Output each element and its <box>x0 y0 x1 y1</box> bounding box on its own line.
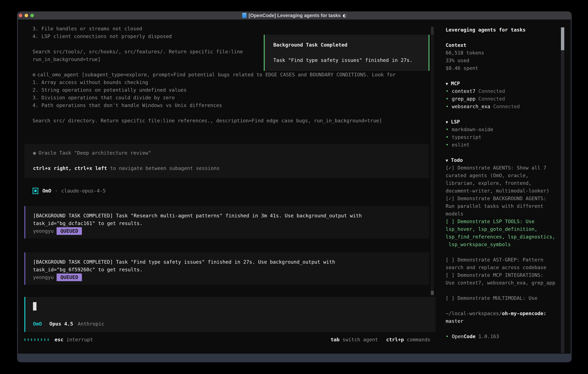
sidebar-scrollbar-thumb[interactable] <box>561 27 564 50</box>
status-dot-icon: • <box>446 134 449 140</box>
transcript-line: 1. Array access without bounds checking <box>32 79 396 86</box>
mcp-status: Connected <box>493 104 520 109</box>
workspace-repo: oh-my-opencode: <box>502 311 546 316</box>
todo-line-active: lsp_workspace_symbols <box>446 241 561 248</box>
terminal-content: 3. File handles or streams not closed 4.… <box>18 20 571 353</box>
status-bar-left: esc interrupt <box>24 336 93 343</box>
background-task-message: [BACKGROUND TASK COMPLETED] Task "Find t… <box>24 252 429 285</box>
ctrlp-key-hint: ctrl+p <box>386 336 404 343</box>
workspace-branch: master <box>446 317 561 325</box>
zoom-window-button[interactable] <box>30 14 34 17</box>
oracle-title: Oracle Task "Deep architecture review" <box>39 150 151 156</box>
transcript-line: 4. Path operations that don't handle Win… <box>32 102 396 109</box>
todo-line: librarian, explore, frontend, <box>446 179 561 187</box>
chevron-down-icon: ▼ <box>446 120 448 125</box>
input-footer: OmO Opus 4.5 Anthropic <box>33 320 104 328</box>
omo-agent-icon-fill <box>34 190 37 192</box>
task-meta-line: yeongyuQUEUED <box>33 273 429 281</box>
document-icon <box>242 13 247 18</box>
tool-call-line: ⚙call_omo_agent [subagent_type=explore, … <box>32 71 396 79</box>
mcp-name: grep_app <box>452 96 475 102</box>
todo-line: document-writer, multimodal-looker) <box>446 187 561 195</box>
transcript-line: 3. Division operations that could divide… <box>32 94 396 102</box>
omo-agent-icon <box>32 188 38 194</box>
todo-line-active: lsp_find_references, lsp_diagnostics, <box>446 233 561 241</box>
queued-badge: QUEUED <box>57 273 82 281</box>
input-provider: Anthropic <box>78 320 104 328</box>
todo-line-active: [ ] Demonstrate LSP TOOLS: Use <box>446 218 561 225</box>
transcript-line: 3. File handles or streams not closed <box>32 25 396 32</box>
oracle-title-line: ◉Oracle Task "Deep architecture review" <box>33 149 429 157</box>
sidebar-session-title: Leveraging agents for tasks <box>446 26 561 34</box>
main-scrollbar-thumb-bottom[interactable] <box>431 291 434 295</box>
mcp-name: websearch_exa <box>452 104 490 109</box>
transcript-line: Search src/ directory. Return specific f… <box>32 117 396 125</box>
mcp-item: •grep_appConnected <box>446 95 561 103</box>
main-scrollbar[interactable] <box>431 27 434 295</box>
working-spinner <box>24 338 49 341</box>
task-line: [BACKGROUND TASK COMPLETED] Task "Resear… <box>33 212 429 219</box>
record-icon: ◉ <box>33 150 36 156</box>
close-window-button[interactable] <box>19 14 22 17</box>
screenshot-stage: [OpenCode] Leveraging agents for tasks ◐… <box>0 0 588 374</box>
todo-line: Use context7, websearch_exa, grep_app <box>446 279 561 287</box>
lsp-section-header[interactable]: ▼LSP <box>446 118 561 126</box>
mcp-status: Connected <box>478 96 505 102</box>
prompt-input[interactable]: OmO Opus 4.5 Anthropic <box>24 297 435 332</box>
input-model: Opus 4.5 <box>49 320 73 328</box>
lsp-name: typescript <box>452 134 481 140</box>
ctrlp-key-label: commands <box>407 336 430 343</box>
todo-line: models <box>446 210 561 218</box>
app-version: 1.0.163 <box>478 333 499 339</box>
sidebar-scrollbar[interactable] <box>561 27 564 353</box>
app-name: Open <box>452 333 463 339</box>
toast-body: Task "Find type safety issues" finished … <box>273 56 429 64</box>
todo-line-active: lsp_hover, lsp_goto_definition, <box>446 225 561 233</box>
status-dot-icon: • <box>446 104 449 109</box>
transcript-line: 2. String operations on potentially unde… <box>32 86 396 94</box>
lsp-item: •markdown-oxide <box>446 126 561 133</box>
minimize-window-button[interactable] <box>25 14 28 17</box>
task-line: task_id="bg_6f59260c" to get results. <box>33 266 429 273</box>
tab-key-label: switch agent <box>342 336 378 343</box>
task-meta-line: yeongyuQUEUED <box>33 227 429 235</box>
todo-line: [ ] Demonstrate MULTIMODAL: Use <box>446 294 561 302</box>
status-bar-right: tab switch agent ctrl+p commands <box>331 336 430 343</box>
esc-key-label: interrupt <box>66 336 93 343</box>
oracle-task-card: ◉Oracle Task "Deep architecture review" … <box>24 144 429 178</box>
context-spent: $0.46 spent <box>446 64 561 72</box>
window-bottom-frame <box>17 353 572 362</box>
workspace-path: ~/local-workspaces/oh-my-opencode: <box>446 310 561 317</box>
sidebar: Leveraging agents for tasks Context 66,5… <box>446 26 561 340</box>
context-heading: Context <box>446 41 561 49</box>
agent-model: claude-opus-4-5 <box>61 187 106 195</box>
window-titlebar: [OpenCode] Leveraging agents for tasks ◐ <box>17 11 572 20</box>
mcp-name: context7 <box>452 88 475 94</box>
todo-section-header[interactable]: ▼Todo <box>446 156 561 164</box>
task-user: yeongyu <box>33 228 54 234</box>
agent-header: OmO · claude-opus-4-5 <box>32 187 106 195</box>
todo-line: curated agents (OmO, oracle, <box>446 172 561 179</box>
window-title-group: [OpenCode] Leveraging agents for tasks ◐ <box>242 13 346 18</box>
todo-line: Run parallel tasks with different <box>446 202 561 210</box>
task-user: yeongyu <box>33 274 54 280</box>
esc-key-hint: esc <box>54 336 63 343</box>
status-dot-icon: • <box>446 142 449 148</box>
task-line: task_id="bg_dcfac161" to get results. <box>33 219 429 227</box>
mcp-item: •context7Connected <box>446 87 561 95</box>
todo-line: [✓] Demonstrate AGENTS: Show all 7 <box>446 164 561 172</box>
window-title: [OpenCode] Leveraging agents for tasks <box>249 13 341 18</box>
lsp-item: •typescript <box>446 133 561 141</box>
oracle-shortcut: ctrl+x right, ctrl+x left <box>33 165 107 171</box>
status-dot-icon: • <box>446 88 449 94</box>
status-dot-icon: • <box>446 126 449 132</box>
workspace-prefix: ~/local-workspaces/ <box>446 311 502 316</box>
chevron-down-icon: ▼ <box>446 158 448 163</box>
queued-badge: QUEUED <box>57 227 82 235</box>
tool-call-text: call_omo_agent [subagent_type=explore, p… <box>37 72 396 78</box>
main-scrollbar-thumb-top[interactable] <box>431 27 434 35</box>
lsp-name: eslint <box>452 142 470 148</box>
mcp-item: •websearch_exaConnected <box>446 103 561 110</box>
mcp-section-header[interactable]: ▼MCP <box>446 80 561 87</box>
blank-line <box>32 109 396 117</box>
